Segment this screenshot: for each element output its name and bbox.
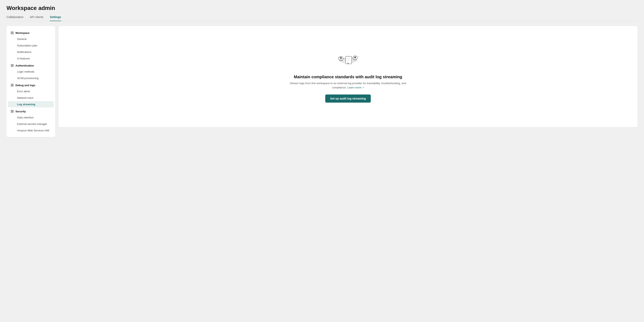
- empty-state-illustration: [287, 51, 409, 69]
- security-section-label: Security: [16, 110, 26, 113]
- svg-rect-8: [11, 84, 12, 85]
- audit-log-illustration: [334, 51, 362, 69]
- svg-point-30: [353, 58, 354, 58]
- authentication-section-label: Authentication: [16, 64, 34, 67]
- empty-state-desc: Stream logs from this workspace to an ex…: [287, 81, 409, 90]
- workspace-section-label: Workspace: [16, 31, 30, 34]
- page-title: Workspace admin: [6, 5, 638, 11]
- security-section-icon: [10, 110, 14, 113]
- sidebar-item-subscription-plan[interactable]: Subscription plan: [8, 42, 54, 49]
- sidebar-section-security: Security: [6, 108, 55, 114]
- svg-rect-0: [11, 32, 12, 33]
- svg-rect-11: [12, 85, 14, 86]
- sidebar-item-aws-iam[interactable]: Amazon Web Services IAM: [8, 127, 54, 134]
- external-link-icon: ↗: [362, 86, 364, 89]
- empty-state-title: Maintain compliance standards with audit…: [287, 75, 409, 79]
- workspace-section-icon: [10, 31, 14, 34]
- sidebar-item-ai-features[interactable]: AI features: [8, 55, 54, 62]
- sidebar-item-log-streaming[interactable]: Log streaming: [8, 101, 54, 108]
- svg-point-28: [352, 58, 352, 58]
- svg-point-26: [344, 58, 345, 59]
- empty-state: Maintain compliance standards with audit…: [287, 51, 409, 103]
- tab-collaborators[interactable]: Collaborators: [6, 15, 23, 21]
- svg-rect-2: [11, 33, 12, 34]
- sidebar: Workspace General Subscription plan Noti…: [6, 26, 55, 137]
- svg-rect-1: [12, 32, 14, 33]
- svg-rect-6: [11, 66, 12, 67]
- svg-point-24: [354, 57, 356, 58]
- svg-rect-9: [12, 84, 14, 85]
- debug-logs-section-label: Debug and logs: [16, 84, 35, 87]
- tab-api-clients[interactable]: API clients: [30, 15, 43, 21]
- svg-point-29: [353, 58, 353, 58]
- sidebar-section-workspace: Workspace: [6, 29, 55, 36]
- svg-point-27: [345, 58, 345, 59]
- sidebar-item-notifications[interactable]: Notifications: [8, 49, 54, 55]
- svg-rect-15: [12, 112, 14, 113]
- svg-point-33: [358, 56, 358, 57]
- svg-rect-4: [11, 64, 12, 65]
- svg-rect-3: [12, 33, 14, 34]
- svg-rect-14: [11, 112, 12, 113]
- debug-logs-section-icon: [10, 84, 14, 87]
- sidebar-section-authentication: Authentication: [6, 62, 55, 68]
- sidebar-item-login-methods[interactable]: Login methods: [8, 69, 54, 75]
- svg-point-25: [343, 58, 344, 59]
- svg-rect-7: [12, 66, 14, 67]
- svg-rect-10: [11, 85, 12, 86]
- main-content: Maintain compliance standards with audit…: [58, 26, 638, 127]
- setup-audit-log-streaming-button[interactable]: Set up audit log streaming: [325, 95, 371, 103]
- sidebar-item-general[interactable]: General: [8, 36, 54, 42]
- tabs-bar: Collaborators API clients Settings: [6, 15, 638, 21]
- svg-rect-13: [12, 110, 14, 111]
- svg-rect-17: [346, 56, 352, 64]
- sidebar-item-scim-provisioning[interactable]: SCIM provisioning: [8, 75, 54, 81]
- sidebar-item-network-trace[interactable]: Network trace: [8, 95, 54, 101]
- content-area: Workspace General Subscription plan Noti…: [6, 26, 638, 137]
- svg-rect-12: [11, 110, 12, 111]
- tab-settings[interactable]: Settings: [50, 15, 61, 21]
- page-wrapper: Workspace admin Collaborators API client…: [0, 0, 644, 322]
- learn-more-link[interactable]: Learn more ↗: [348, 86, 364, 89]
- svg-rect-5: [12, 64, 14, 65]
- authentication-section-icon: [10, 64, 14, 67]
- svg-point-32: [338, 57, 339, 58]
- sidebar-section-debug-logs: Debug and logs: [6, 82, 55, 88]
- sidebar-item-error-alerts[interactable]: Error alerts: [8, 88, 54, 95]
- sidebar-item-external-secrets-manager[interactable]: External secrets manager: [8, 121, 54, 127]
- sidebar-item-data-retention[interactable]: Data retention: [8, 114, 54, 121]
- svg-point-22: [340, 57, 342, 59]
